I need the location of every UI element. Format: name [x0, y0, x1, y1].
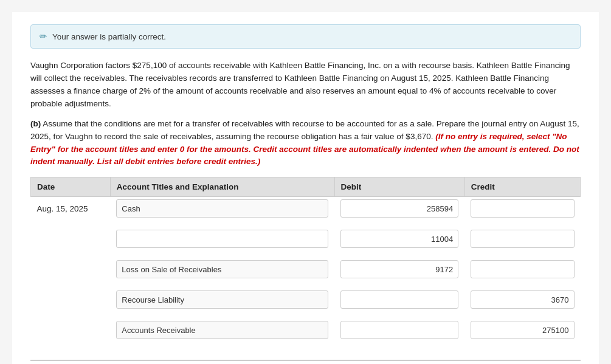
- journal-table: Date Account Titles and Explanation Debi…: [30, 177, 581, 349]
- row2-debit-input[interactable]: [340, 230, 458, 248]
- row2-debit-cell: [334, 227, 464, 250]
- row-gap-5: [31, 342, 581, 349]
- problem-text: Vaughn Corporation factors $275,100 of a…: [30, 60, 581, 168]
- row5-account-input[interactable]: [116, 321, 328, 339]
- row4-account-input[interactable]: [116, 290, 328, 309]
- row2-date: [31, 227, 111, 250]
- table-row: [31, 227, 581, 250]
- row1-account-cell: [110, 197, 334, 221]
- row3-debit-cell: [334, 258, 464, 281]
- alert-box: ✏ Your answer is partially correct.: [30, 24, 581, 49]
- row1-debit-cell: [334, 197, 464, 221]
- row1-account-input[interactable]: [116, 199, 328, 218]
- bottom-bar: [30, 360, 581, 364]
- header-debit: Debit: [334, 177, 464, 197]
- row3-debit-input[interactable]: [340, 260, 458, 278]
- row5-account-cell: [110, 318, 334, 342]
- row3-credit-cell: [464, 258, 580, 281]
- row4-credit-cell: [464, 288, 580, 311]
- row1-credit-cell: [464, 197, 580, 221]
- row1-debit-input[interactable]: [340, 199, 458, 218]
- header-account: Account Titles and Explanation: [110, 177, 334, 197]
- row4-date: [31, 288, 111, 311]
- pencil-icon: ✏: [40, 31, 47, 42]
- table-row: Aug. 15, 2025: [31, 197, 581, 221]
- row1-credit-input[interactable]: [471, 199, 574, 218]
- row-gap-3: [31, 281, 581, 288]
- row5-credit-cell: [464, 318, 580, 342]
- table-row: [31, 318, 581, 342]
- table-row: [31, 288, 581, 311]
- row4-account-cell: [110, 288, 334, 311]
- paragraph1: Vaughn Corporation factors $275,100 of a…: [30, 60, 581, 111]
- row-gap-2: [31, 250, 581, 258]
- row2-account-cell: [110, 227, 334, 250]
- header-date: Date: [31, 177, 111, 197]
- row4-credit-input[interactable]: [471, 290, 574, 309]
- table-row: [31, 258, 581, 281]
- row3-date: [31, 258, 111, 281]
- alert-text: Your answer is partially correct.: [52, 32, 166, 41]
- row3-account-input[interactable]: [116, 260, 328, 278]
- row2-credit-cell: [464, 227, 580, 250]
- row2-credit-input[interactable]: [471, 230, 574, 248]
- row3-account-cell: [110, 258, 334, 281]
- paragraph2: (b) Assume that the conditions are met f…: [30, 118, 581, 169]
- row2-account-input[interactable]: [116, 230, 328, 248]
- row-gap-1: [31, 220, 581, 227]
- row4-debit-input[interactable]: [340, 290, 458, 309]
- date-label: Aug. 15, 2025: [37, 204, 88, 213]
- row1-date: Aug. 15, 2025: [31, 197, 111, 221]
- row5-debit-input[interactable]: [340, 321, 458, 339]
- row5-debit-cell: [334, 318, 464, 342]
- row4-debit-cell: [334, 288, 464, 311]
- row5-credit-input[interactable]: [471, 321, 574, 339]
- row5-date: [31, 318, 111, 342]
- header-credit: Credit: [464, 177, 580, 197]
- page-wrapper: ✏ Your answer is partially correct. Vaug…: [12, 12, 599, 364]
- row-gap-4: [31, 311, 581, 318]
- row3-credit-input[interactable]: [471, 260, 574, 278]
- paragraph2-bold: (b): [30, 119, 41, 128]
